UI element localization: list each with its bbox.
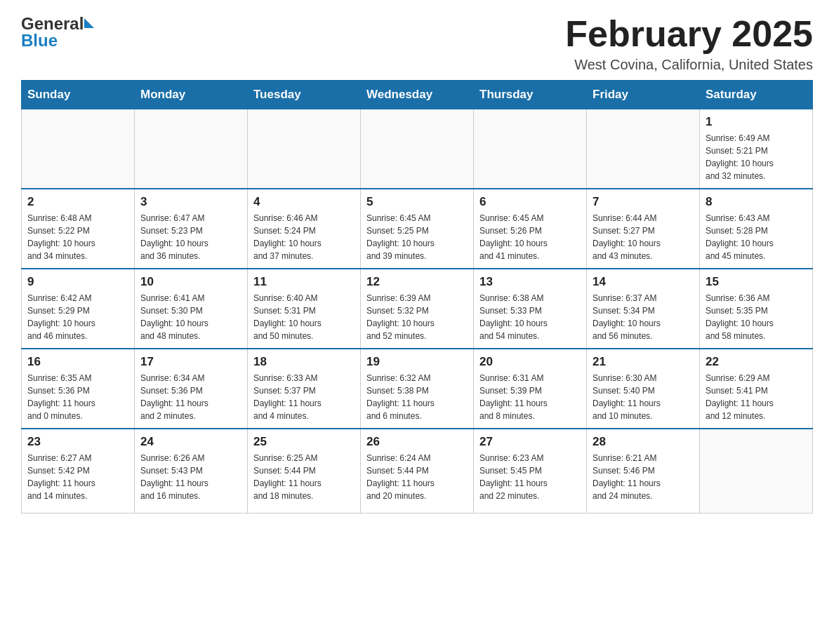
day-number: 15	[706, 275, 807, 289]
calendar-cell: 18Sunrise: 6:33 AMSunset: 5:37 PMDayligh…	[248, 349, 361, 429]
calendar-cell: 21Sunrise: 6:30 AMSunset: 5:40 PMDayligh…	[587, 349, 700, 429]
calendar-cell: 11Sunrise: 6:40 AMSunset: 5:31 PMDayligh…	[248, 269, 361, 349]
calendar-cell: 26Sunrise: 6:24 AMSunset: 5:44 PMDayligh…	[361, 429, 474, 513]
day-info: Sunrise: 6:43 AMSunset: 5:28 PMDaylight:…	[706, 212, 807, 262]
calendar-week-row: 2Sunrise: 6:48 AMSunset: 5:22 PMDaylight…	[22, 189, 813, 269]
day-info: Sunrise: 6:38 AMSunset: 5:33 PMDaylight:…	[479, 292, 581, 342]
day-number: 20	[479, 355, 581, 369]
day-number: 4	[253, 195, 355, 209]
calendar-cell: 2Sunrise: 6:48 AMSunset: 5:22 PMDaylight…	[22, 189, 135, 269]
day-info: Sunrise: 6:45 AMSunset: 5:26 PMDaylight:…	[479, 212, 581, 262]
day-info: Sunrise: 6:31 AMSunset: 5:39 PMDaylight:…	[479, 372, 581, 422]
logo-area: General Blue	[21, 14, 94, 51]
day-info: Sunrise: 6:37 AMSunset: 5:34 PMDaylight:…	[593, 292, 694, 342]
calendar-table: Sunday Monday Tuesday Wednesday Thursday…	[21, 80, 813, 514]
calendar-cell: 19Sunrise: 6:32 AMSunset: 5:38 PMDayligh…	[361, 349, 474, 429]
calendar-cell: 5Sunrise: 6:45 AMSunset: 5:25 PMDaylight…	[361, 189, 474, 269]
weekday-header-row: Sunday Monday Tuesday Wednesday Thursday…	[22, 81, 813, 109]
day-number: 19	[366, 355, 468, 369]
day-info: Sunrise: 6:25 AMSunset: 5:44 PMDaylight:…	[253, 452, 355, 502]
day-info: Sunrise: 6:34 AMSunset: 5:36 PMDaylight:…	[140, 372, 241, 422]
day-number: 2	[27, 195, 128, 209]
calendar-cell: 27Sunrise: 6:23 AMSunset: 5:45 PMDayligh…	[474, 429, 587, 513]
location-subtitle: West Covina, California, United States	[565, 57, 813, 73]
day-info: Sunrise: 6:30 AMSunset: 5:40 PMDaylight:…	[593, 372, 694, 422]
calendar-cell: 10Sunrise: 6:41 AMSunset: 5:30 PMDayligh…	[135, 269, 248, 349]
logo-line2: Blue	[21, 31, 58, 51]
header-tuesday: Tuesday	[248, 81, 361, 109]
calendar-cell: 4Sunrise: 6:46 AMSunset: 5:24 PMDaylight…	[248, 189, 361, 269]
day-info: Sunrise: 6:23 AMSunset: 5:45 PMDaylight:…	[479, 452, 581, 502]
day-number: 9	[27, 275, 128, 289]
page-header: General Blue February 2025 West Covina, …	[21, 14, 813, 73]
calendar-cell: 9Sunrise: 6:42 AMSunset: 5:29 PMDaylight…	[22, 269, 135, 349]
calendar-cell: 22Sunrise: 6:29 AMSunset: 5:41 PMDayligh…	[700, 349, 813, 429]
day-number: 3	[140, 195, 241, 209]
day-info: Sunrise: 6:41 AMSunset: 5:30 PMDaylight:…	[140, 292, 241, 342]
day-info: Sunrise: 6:27 AMSunset: 5:42 PMDaylight:…	[27, 452, 128, 502]
header-thursday: Thursday	[474, 81, 587, 109]
calendar-cell: 13Sunrise: 6:38 AMSunset: 5:33 PMDayligh…	[474, 269, 587, 349]
day-number: 25	[253, 435, 355, 449]
day-info: Sunrise: 6:46 AMSunset: 5:24 PMDaylight:…	[253, 212, 355, 262]
day-number: 17	[140, 355, 241, 369]
day-number: 7	[593, 195, 694, 209]
logo-blue-text: Blue	[21, 31, 58, 50]
calendar-cell	[248, 109, 361, 189]
day-info: Sunrise: 6:39 AMSunset: 5:32 PMDaylight:…	[366, 292, 468, 342]
day-info: Sunrise: 6:47 AMSunset: 5:23 PMDaylight:…	[140, 212, 241, 262]
calendar-cell: 28Sunrise: 6:21 AMSunset: 5:46 PMDayligh…	[587, 429, 700, 513]
logo-arrow-icon	[84, 18, 94, 28]
day-info: Sunrise: 6:49 AMSunset: 5:21 PMDaylight:…	[706, 132, 807, 182]
calendar-cell: 16Sunrise: 6:35 AMSunset: 5:36 PMDayligh…	[22, 349, 135, 429]
calendar-cell: 12Sunrise: 6:39 AMSunset: 5:32 PMDayligh…	[361, 269, 474, 349]
day-number: 26	[366, 435, 468, 449]
month-title: February 2025	[565, 14, 813, 54]
day-number: 18	[253, 355, 355, 369]
calendar-week-row: 23Sunrise: 6:27 AMSunset: 5:42 PMDayligh…	[22, 429, 813, 513]
day-number: 5	[366, 195, 468, 209]
day-info: Sunrise: 6:48 AMSunset: 5:22 PMDaylight:…	[27, 212, 128, 262]
calendar-cell: 3Sunrise: 6:47 AMSunset: 5:23 PMDaylight…	[135, 189, 248, 269]
calendar-week-row: 9Sunrise: 6:42 AMSunset: 5:29 PMDaylight…	[22, 269, 813, 349]
header-friday: Friday	[587, 81, 700, 109]
day-number: 6	[479, 195, 581, 209]
day-info: Sunrise: 6:29 AMSunset: 5:41 PMDaylight:…	[706, 372, 807, 422]
header-monday: Monday	[135, 81, 248, 109]
day-number: 27	[479, 435, 581, 449]
calendar-cell: 1Sunrise: 6:49 AMSunset: 5:21 PMDaylight…	[700, 109, 813, 189]
calendar-cell: 24Sunrise: 6:26 AMSunset: 5:43 PMDayligh…	[135, 429, 248, 513]
day-info: Sunrise: 6:45 AMSunset: 5:25 PMDaylight:…	[366, 212, 468, 262]
calendar-week-row: 16Sunrise: 6:35 AMSunset: 5:36 PMDayligh…	[22, 349, 813, 429]
day-number: 28	[593, 435, 694, 449]
day-info: Sunrise: 6:26 AMSunset: 5:43 PMDaylight:…	[140, 452, 241, 502]
calendar-cell	[361, 109, 474, 189]
calendar-cell: 14Sunrise: 6:37 AMSunset: 5:34 PMDayligh…	[587, 269, 700, 349]
day-number: 14	[593, 275, 694, 289]
day-number: 21	[593, 355, 694, 369]
day-info: Sunrise: 6:24 AMSunset: 5:44 PMDaylight:…	[366, 452, 468, 502]
day-number: 23	[27, 435, 128, 449]
calendar-cell: 15Sunrise: 6:36 AMSunset: 5:35 PMDayligh…	[700, 269, 813, 349]
header-sunday: Sunday	[22, 81, 135, 109]
day-info: Sunrise: 6:44 AMSunset: 5:27 PMDaylight:…	[593, 212, 694, 262]
calendar-cell	[135, 109, 248, 189]
day-number: 8	[706, 195, 807, 209]
day-info: Sunrise: 6:33 AMSunset: 5:37 PMDaylight:…	[253, 372, 355, 422]
calendar-cell: 17Sunrise: 6:34 AMSunset: 5:36 PMDayligh…	[135, 349, 248, 429]
calendar-cell: 23Sunrise: 6:27 AMSunset: 5:42 PMDayligh…	[22, 429, 135, 513]
calendar-cell	[700, 429, 813, 513]
day-info: Sunrise: 6:40 AMSunset: 5:31 PMDaylight:…	[253, 292, 355, 342]
day-number: 11	[253, 275, 355, 289]
day-number: 10	[140, 275, 241, 289]
day-info: Sunrise: 6:36 AMSunset: 5:35 PMDaylight:…	[706, 292, 807, 342]
day-number: 1	[706, 115, 807, 129]
day-number: 12	[366, 275, 468, 289]
day-info: Sunrise: 6:42 AMSunset: 5:29 PMDaylight:…	[27, 292, 128, 342]
calendar-cell: 8Sunrise: 6:43 AMSunset: 5:28 PMDaylight…	[700, 189, 813, 269]
calendar-cell: 20Sunrise: 6:31 AMSunset: 5:39 PMDayligh…	[474, 349, 587, 429]
calendar-cell	[22, 109, 135, 189]
title-area: February 2025 West Covina, California, U…	[565, 14, 813, 73]
header-saturday: Saturday	[700, 81, 813, 109]
calendar-cell: 6Sunrise: 6:45 AMSunset: 5:26 PMDaylight…	[474, 189, 587, 269]
